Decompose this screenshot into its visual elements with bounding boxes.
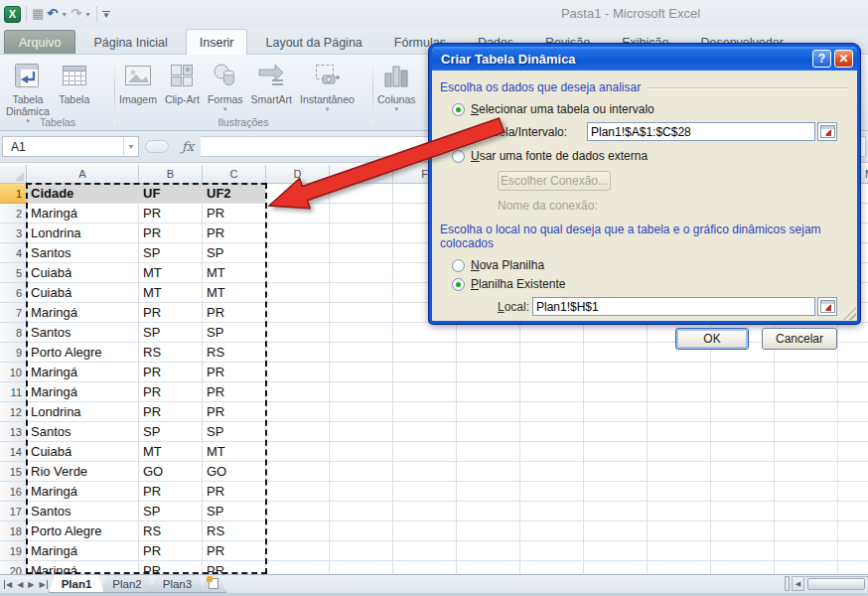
cell-g13[interactable] bbox=[457, 422, 520, 442]
cell-m9[interactable] bbox=[838, 343, 868, 363]
cell-e1[interactable] bbox=[330, 184, 393, 204]
cell-e12[interactable] bbox=[330, 402, 393, 422]
cell-m16[interactable] bbox=[838, 482, 868, 502]
cell-b4[interactable]: SP bbox=[139, 243, 203, 263]
row-header-12[interactable]: 12 bbox=[0, 402, 27, 422]
cell-a15[interactable]: Rio Verde bbox=[27, 462, 139, 482]
undo-dropdown-icon[interactable]: ▼ bbox=[61, 11, 68, 18]
cell-j15[interactable] bbox=[648, 462, 711, 482]
cell-j19[interactable] bbox=[648, 541, 711, 561]
cell-g17[interactable] bbox=[457, 502, 520, 522]
cell-c1[interactable]: UF2 bbox=[203, 184, 266, 204]
cell-m10[interactable] bbox=[838, 363, 868, 382]
cell-m17[interactable] bbox=[838, 502, 868, 522]
cell-a20[interactable]: Maringá bbox=[27, 561, 139, 574]
row-header-7[interactable]: 7 bbox=[0, 303, 27, 323]
cell-e20[interactable] bbox=[330, 561, 393, 574]
cell-j18[interactable] bbox=[648, 522, 711, 541]
row-header-16[interactable]: 16 bbox=[0, 482, 27, 502]
cell-e10[interactable] bbox=[330, 363, 393, 382]
cell-k11[interactable] bbox=[711, 382, 775, 402]
cell-m19[interactable] bbox=[838, 541, 868, 561]
row-header-9[interactable]: 9 bbox=[0, 343, 27, 363]
cell-d13[interactable] bbox=[266, 422, 330, 442]
next-sheet-icon[interactable]: ▶ bbox=[28, 580, 34, 589]
ribbon-button-colunas[interactable]: Colunas▼ bbox=[373, 57, 420, 114]
location-input[interactable] bbox=[532, 297, 815, 316]
cell-m13[interactable] bbox=[838, 422, 868, 442]
cell-g19[interactable] bbox=[457, 541, 520, 561]
cell-d6[interactable] bbox=[266, 283, 330, 303]
column-header-e[interactable]: E bbox=[330, 165, 393, 184]
cell-m20[interactable] bbox=[838, 561, 868, 574]
ribbon-button-imagem[interactable]: Imagem bbox=[115, 57, 161, 107]
cell-a11[interactable]: Maringá bbox=[27, 382, 139, 402]
cell-c7[interactable]: PR bbox=[203, 303, 266, 323]
sheet-tab-plan1[interactable]: Plan1 bbox=[49, 575, 105, 593]
cell-c12[interactable]: PR bbox=[203, 402, 266, 422]
cell-a1[interactable]: Cidade bbox=[27, 184, 139, 204]
cell-l11[interactable] bbox=[775, 382, 838, 402]
cell-f15[interactable] bbox=[393, 462, 457, 482]
radio-external-source[interactable]: Usar uma fonte de dados externa bbox=[452, 149, 847, 163]
ribbon-button-tabela[interactable]: Tabela bbox=[54, 57, 95, 107]
cell-b20[interactable]: PR bbox=[139, 561, 203, 574]
cell-a7[interactable]: Maringá bbox=[27, 303, 139, 323]
cell-b5[interactable]: MT bbox=[139, 263, 203, 283]
cell-b19[interactable]: PR bbox=[139, 541, 203, 561]
cell-l15[interactable] bbox=[775, 462, 838, 482]
cell-e13[interactable] bbox=[330, 422, 393, 442]
cell-e9[interactable] bbox=[330, 343, 393, 363]
cell-f20[interactable] bbox=[393, 561, 457, 574]
cell-a4[interactable]: Santos bbox=[27, 243, 139, 263]
cell-d17[interactable] bbox=[266, 502, 330, 522]
cell-d1[interactable] bbox=[266, 184, 330, 204]
cell-c3[interactable]: PR bbox=[203, 224, 266, 243]
cell-k14[interactable] bbox=[711, 442, 775, 462]
first-sheet-icon[interactable]: ◀ bbox=[4, 580, 12, 589]
cell-b6[interactable]: MT bbox=[139, 283, 203, 303]
cell-a9[interactable]: Porto Alegre bbox=[27, 343, 139, 363]
radio-icon[interactable] bbox=[452, 103, 465, 116]
cell-l19[interactable] bbox=[775, 541, 838, 561]
cell-f18[interactable] bbox=[393, 522, 457, 541]
cell-c19[interactable]: PR bbox=[203, 541, 266, 561]
cell-e14[interactable] bbox=[330, 442, 393, 462]
cancel-button[interactable]: Cancelar bbox=[762, 328, 837, 350]
ribbon-button-smartart[interactable]: SmartArt bbox=[247, 57, 296, 107]
cell-f19[interactable] bbox=[393, 541, 457, 561]
cell-c15[interactable]: GO bbox=[203, 462, 266, 482]
cell-k18[interactable] bbox=[711, 522, 775, 541]
collapse-dialog-icon[interactable] bbox=[817, 297, 837, 316]
row-header-5[interactable]: 5 bbox=[0, 263, 27, 283]
cell-i18[interactable] bbox=[584, 522, 648, 541]
redo-dropdown-icon[interactable]: ▼ bbox=[84, 11, 91, 18]
sheet-tab-plan2[interactable]: Plan2 bbox=[99, 575, 154, 593]
cell-c2[interactable]: PR bbox=[203, 204, 266, 224]
row-header-19[interactable]: 19 bbox=[0, 541, 27, 561]
ribbon-tab-layout-da-p-gina[interactable]: Layout da Página bbox=[251, 30, 375, 54]
cell-a13[interactable]: Santos bbox=[27, 422, 139, 442]
cell-i17[interactable] bbox=[584, 502, 648, 522]
cell-m18[interactable] bbox=[838, 522, 868, 541]
cell-b1[interactable]: UF bbox=[139, 184, 203, 204]
cell-l13[interactable] bbox=[775, 422, 838, 442]
horizontal-scrollbar[interactable] bbox=[805, 576, 868, 591]
cell-a6[interactable]: Cuiabá bbox=[27, 283, 139, 303]
table-range-input[interactable] bbox=[587, 122, 815, 141]
row-header-14[interactable]: 14 bbox=[0, 442, 27, 462]
cell-e8[interactable] bbox=[330, 323, 393, 343]
row-header-17[interactable]: 17 bbox=[0, 502, 27, 522]
choose-connection-button[interactable]: Escolher Conexão... bbox=[498, 171, 611, 191]
radio-icon[interactable] bbox=[452, 259, 465, 272]
help-icon[interactable]: ? bbox=[812, 50, 831, 68]
cell-h13[interactable] bbox=[520, 422, 584, 442]
cell-h20[interactable] bbox=[520, 561, 584, 574]
cell-a19[interactable]: Maringá bbox=[27, 541, 139, 561]
cell-b10[interactable]: PR bbox=[139, 363, 203, 382]
scrollbar-splitter[interactable] bbox=[785, 576, 790, 591]
ribbon-button-clip-art[interactable]: Clip-Art bbox=[161, 57, 204, 107]
cell-c4[interactable]: SP bbox=[203, 243, 266, 263]
radio-icon[interactable] bbox=[452, 150, 465, 163]
radio-new-worksheet[interactable]: Nova Planilha bbox=[452, 258, 847, 272]
